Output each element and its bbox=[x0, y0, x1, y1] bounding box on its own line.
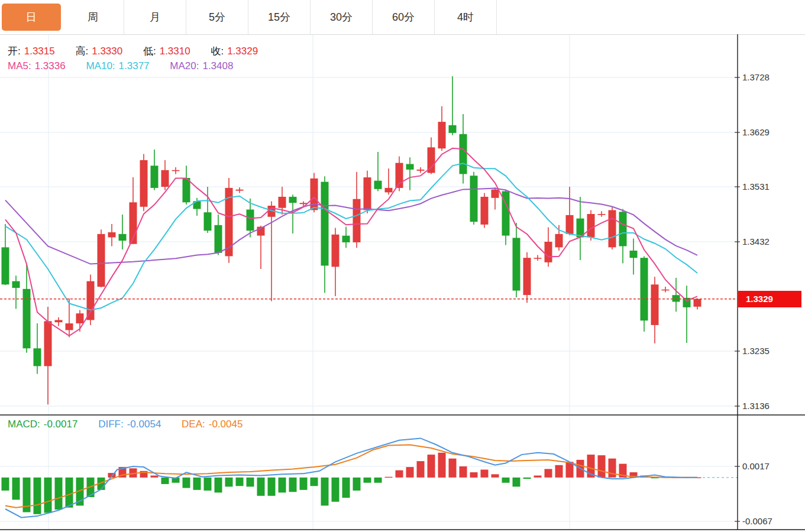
macd-bar[interactable] bbox=[438, 453, 446, 478]
candle[interactable] bbox=[268, 201, 276, 301]
macd-bar[interactable] bbox=[460, 466, 467, 478]
macd-bar[interactable] bbox=[545, 469, 552, 477]
macd-bar[interactable] bbox=[492, 474, 499, 478]
macd-bar[interactable] bbox=[66, 478, 73, 508]
candle[interactable] bbox=[289, 194, 297, 233]
macd-bar[interactable] bbox=[257, 478, 265, 496]
candle[interactable] bbox=[662, 287, 670, 292]
macd-bar[interactable] bbox=[523, 478, 531, 479]
candle[interactable] bbox=[598, 211, 606, 216]
macd-bar[interactable] bbox=[385, 477, 393, 478]
candle[interactable] bbox=[311, 173, 318, 213]
candle[interactable] bbox=[236, 187, 244, 193]
candle[interactable] bbox=[492, 187, 499, 210]
macd-bar[interactable] bbox=[215, 478, 222, 493]
macd-bar[interactable] bbox=[204, 478, 212, 491]
candle[interactable] bbox=[87, 274, 95, 325]
macd-bar[interactable] bbox=[470, 472, 478, 478]
macd-bar[interactable] bbox=[12, 478, 20, 500]
candle[interactable] bbox=[651, 277, 659, 343]
macd-bar[interactable] bbox=[161, 478, 169, 484]
macd-bar[interactable] bbox=[374, 478, 382, 483]
candle[interactable] bbox=[609, 207, 616, 249]
candle[interactable] bbox=[34, 323, 41, 374]
candle[interactable] bbox=[172, 167, 180, 174]
candle[interactable] bbox=[523, 252, 531, 303]
candle[interactable] bbox=[566, 187, 574, 235]
macd-bar[interactable] bbox=[183, 478, 190, 488]
candle[interactable] bbox=[417, 167, 425, 173]
macd-bar[interactable] bbox=[300, 478, 308, 490]
macd-bar[interactable] bbox=[566, 462, 574, 478]
macd-bar[interactable] bbox=[2, 478, 9, 491]
candle[interactable] bbox=[694, 299, 701, 310]
macd-bar[interactable] bbox=[513, 478, 520, 487]
macd-bar[interactable] bbox=[225, 478, 233, 487]
macd-bar[interactable] bbox=[321, 478, 329, 506]
macd-bar[interactable] bbox=[34, 478, 41, 514]
candle[interactable] bbox=[108, 224, 116, 246]
candle[interactable] bbox=[555, 225, 563, 251]
candle[interactable] bbox=[321, 176, 329, 293]
candle[interactable] bbox=[257, 226, 265, 269]
macd-bar[interactable] bbox=[428, 455, 435, 478]
macd-bar[interactable] bbox=[417, 461, 425, 478]
macd-bar[interactable] bbox=[332, 478, 340, 502]
candle[interactable] bbox=[513, 223, 520, 297]
macd-bar[interactable] bbox=[396, 471, 403, 478]
macd-bar[interactable] bbox=[193, 478, 201, 490]
candle[interactable] bbox=[215, 215, 222, 255]
candle[interactable] bbox=[428, 137, 435, 174]
macd-bar[interactable] bbox=[502, 478, 510, 483]
candle[interactable] bbox=[438, 106, 446, 151]
macd-bar[interactable] bbox=[44, 478, 52, 513]
macd-bar[interactable] bbox=[364, 478, 371, 483]
candlestick-macd-chart[interactable]: 1.37281.36291.35311.34321.32351.31360.00… bbox=[0, 0, 805, 532]
macd-bar[interactable] bbox=[247, 478, 254, 487]
macd-bar[interactable] bbox=[353, 478, 361, 491]
candle[interactable] bbox=[151, 150, 159, 190]
macd-bar[interactable] bbox=[598, 455, 606, 478]
candle[interactable] bbox=[406, 157, 414, 190]
candle[interactable] bbox=[385, 168, 393, 194]
candle[interactable] bbox=[342, 227, 350, 248]
candle[interactable] bbox=[641, 256, 648, 332]
macd-bar[interactable] bbox=[342, 478, 350, 498]
candle[interactable] bbox=[396, 156, 403, 191]
macd-bar[interactable] bbox=[289, 478, 297, 492]
candle[interactable] bbox=[55, 317, 63, 326]
candle[interactable] bbox=[534, 255, 542, 261]
candle[interactable] bbox=[630, 238, 638, 274]
candle[interactable] bbox=[545, 228, 552, 267]
macd-bar[interactable] bbox=[311, 478, 318, 486]
candle[interactable] bbox=[2, 224, 9, 285]
candle[interactable] bbox=[140, 154, 148, 212]
candle[interactable] bbox=[481, 193, 489, 228]
macd-bar[interactable] bbox=[406, 467, 414, 478]
candle[interactable] bbox=[374, 152, 382, 192]
candle[interactable] bbox=[98, 229, 105, 287]
candle[interactable] bbox=[12, 275, 20, 309]
candle[interactable] bbox=[332, 228, 340, 297]
candle[interactable] bbox=[119, 215, 127, 249]
macd-bar[interactable] bbox=[55, 478, 63, 510]
candle[interactable] bbox=[183, 166, 190, 205]
macd-bar[interactable] bbox=[279, 478, 286, 493]
candle[interactable] bbox=[130, 177, 137, 244]
candle[interactable] bbox=[619, 209, 627, 264]
macd-bar[interactable] bbox=[151, 476, 159, 478]
chart-canvas[interactable]: 1.37281.36291.35311.34321.32351.31360.00… bbox=[0, 0, 805, 532]
candle[interactable] bbox=[161, 160, 169, 190]
macd-bar[interactable] bbox=[449, 459, 457, 478]
macd-bar[interactable] bbox=[555, 465, 563, 478]
candle[interactable] bbox=[673, 278, 680, 312]
macd-bar[interactable] bbox=[236, 478, 244, 486]
macd-bar[interactable] bbox=[268, 478, 276, 496]
candle[interactable] bbox=[364, 171, 371, 213]
macd-bar[interactable] bbox=[609, 459, 616, 478]
macd-bar[interactable] bbox=[481, 470, 489, 478]
candle[interactable] bbox=[577, 197, 584, 260]
candle[interactable] bbox=[587, 210, 595, 241]
macd-bar[interactable] bbox=[534, 476, 542, 478]
candle[interactable] bbox=[449, 76, 457, 135]
